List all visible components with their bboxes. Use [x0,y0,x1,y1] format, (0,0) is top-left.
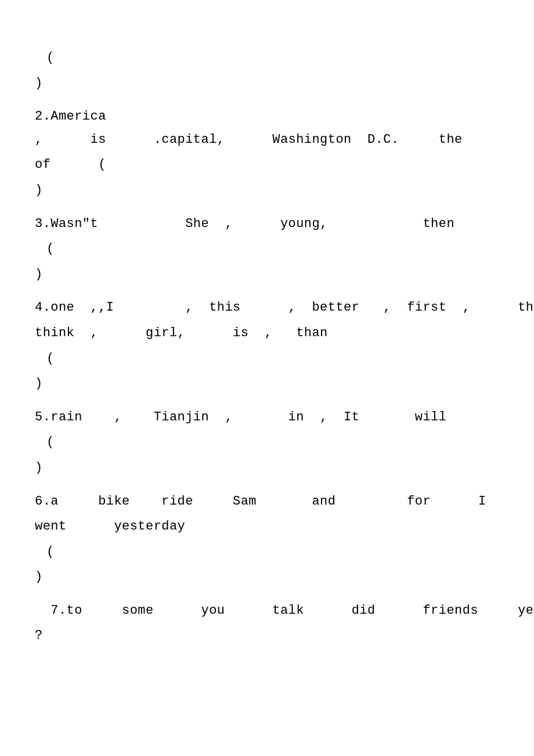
exercise-3-line1: 3.Wasn"t She , young, then [35,213,499,236]
exercise-6-line4: ) [35,566,499,589]
exercise-4-line1: 4.one ,,I , this , better , first , the … [35,296,499,319]
exercise-5-line2: ( [35,431,499,454]
exercise-open: ( ) [35,46,499,95]
exercise-7: 7.to some you talk did friends yesterday… [35,599,499,647]
exercises-container: ( ) 2.America , is .capital, Washington … [35,46,499,647]
exercise-6-line1: 6.a bike ride Sam and for I [35,490,499,513]
exercise-7-line1: 7.to some you talk did friends yesterday [35,599,499,622]
exercise-2-line1: 2.America , is .capital, Washington D.C.… [35,105,499,151]
open-paren-line: ( [35,46,499,70]
exercise-5-line1: 5.rain , Tianjin , in , It will [35,406,499,429]
exercise-4-line4: ) [35,372,499,395]
exercise-3: 3.Wasn"t She , young, then ( ) [35,213,499,286]
exercise-5-line3: ) [35,456,499,480]
exercise-3-line3: ) [35,263,499,286]
exercise-4: 4.one ,,I , this , better , first , the … [35,296,499,395]
exercise-4-line2: think , girl, is , than [35,322,499,345]
exercise-2: 2.America , is .capital, Washington D.C.… [35,105,499,201]
exercise-6-line2: went yesterday [35,515,499,538]
exercise-4-line3: ( [35,347,499,370]
exercise-6: 6.a bike ride Sam and for I went yesterd… [35,490,499,589]
exercise-5: 5.rain , Tianjin , in , It will ( ) [35,406,499,480]
open-close-paren-line: ) [35,72,499,95]
exercise-7-line2: ? [35,624,499,647]
exercise-2-line2: of ( [35,153,499,177]
exercise-2-line3: ) [35,179,499,202]
exercise-6-line3: ( [35,541,499,564]
exercise-3-line2: ( [35,237,499,261]
